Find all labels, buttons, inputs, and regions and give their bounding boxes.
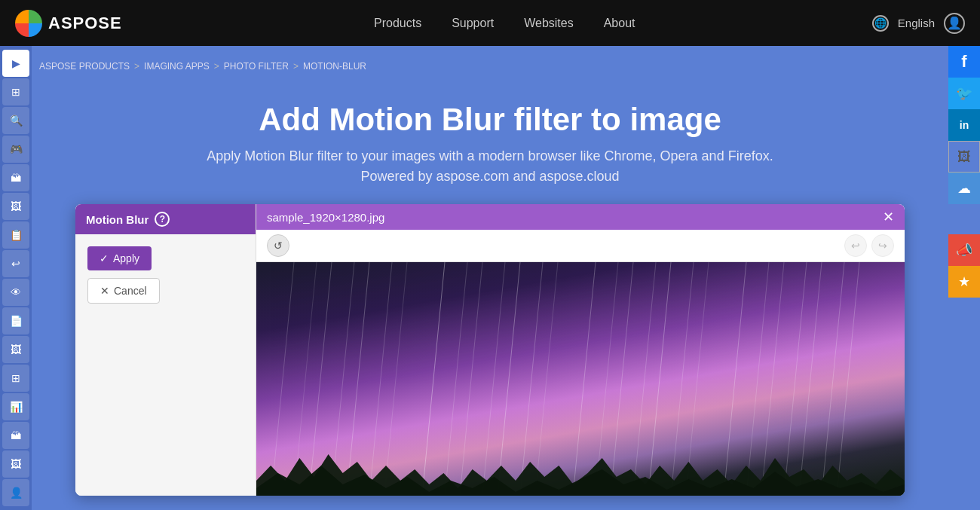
brand-name: ASPOSE — [48, 14, 122, 33]
brand-logo[interactable]: ASPOSE — [15, 10, 122, 37]
tool-frame[interactable]: 🖼 — [2, 193, 29, 220]
cancel-button[interactable]: ✕ Cancel — [87, 278, 160, 304]
apply-checkmark: ✓ — [100, 252, 109, 264]
editor-container: Motion Blur ? ✓ Apply ✕ Cancel — [75, 204, 905, 496]
redo-button[interactable]: ↪ — [871, 234, 894, 257]
user-icon[interactable]: 👤 — [944, 13, 965, 34]
social-twitter[interactable]: 🐦 — [948, 78, 980, 109]
image-toolbar: ↺ ↩ ↪ — [256, 230, 905, 262]
main-content: ASPOSE PRODUCTS > IMAGING APPS > PHOTO F… — [32, 46, 948, 510]
left-panel: Motion Blur ? ✓ Apply ✕ Cancel — [75, 204, 256, 496]
panel-buttons: ✓ Apply ✕ Cancel — [75, 234, 256, 316]
nav-right: 🌐 English 👤 — [872, 13, 965, 34]
breadcrumb-sep-2: > — [214, 61, 219, 72]
globe-icon: 🌐 — [872, 15, 889, 32]
filename: sample_1920×1280.jpg — [267, 211, 384, 224]
social-star[interactable]: ★ — [948, 266, 980, 298]
filter-tab-label: Motion Blur — [86, 213, 149, 226]
tool-chart[interactable]: 📊 — [2, 393, 29, 420]
tool-image2[interactable]: 🖼 — [2, 336, 29, 363]
breadcrumb-sep-1: > — [134, 61, 139, 72]
nav-about[interactable]: About — [604, 17, 635, 30]
language-label[interactable]: English — [898, 17, 935, 29]
toolbar-left: ↺ — [267, 234, 289, 257]
cancel-cross: ✕ — [100, 285, 109, 297]
cancel-label: Cancel — [114, 285, 147, 297]
tool-undo[interactable]: ↩ — [2, 250, 29, 277]
apply-button[interactable]: ✓ Apply — [87, 246, 152, 270]
tool-grid[interactable]: ⊞ — [2, 78, 29, 105]
hero-title: Add Motion Blur filter to image — [32, 102, 948, 138]
trees-silhouette — [256, 443, 905, 496]
apply-label: Apply — [113, 252, 139, 264]
help-icon[interactable]: ? — [155, 212, 170, 227]
breadcrumb: ASPOSE PRODUCTS > IMAGING APPS > PHOTO F… — [32, 53, 948, 79]
social-linkedin[interactable]: in — [948, 109, 980, 141]
close-button[interactable]: ✕ — [883, 210, 894, 224]
breadcrumb-sep-3: > — [293, 61, 299, 72]
breadcrumb-products[interactable]: ASPOSE PRODUCTS — [39, 61, 130, 72]
social-notify[interactable]: 📣 — [948, 234, 980, 266]
nav-websites[interactable]: Websites — [524, 17, 574, 30]
social-gap — [948, 204, 980, 219]
nav-support[interactable]: Support — [452, 17, 494, 30]
breadcrumb-filter[interactable]: PHOTO FILTER — [224, 61, 289, 72]
breadcrumb-motion-blur[interactable]: MOTION-BLUR — [303, 61, 366, 72]
tool-zoom[interactable]: 🔍 — [2, 107, 29, 134]
tool-controls[interactable]: 🎮 — [2, 136, 29, 163]
right-panel: sample_1920×1280.jpg ✕ ↺ ↩ ↪ — [256, 204, 905, 496]
hero-subtitle: Apply Motion Blur filter to your images … — [32, 148, 948, 164]
night-sky-image — [256, 262, 905, 496]
sidebar-left: ▶ ⊞ 🔍 🎮 🏔 🖼 📋 ↩ 👁 📄 🖼 ⊞ 📊 🏔 🖼 👤 — [0, 46, 32, 510]
filter-tab: Motion Blur ? — [75, 204, 256, 234]
breadcrumb-imaging[interactable]: IMAGING APPS — [144, 61, 210, 72]
social-sidebar: f 🐦 in 🖼 ☁ 📣 ★ — [948, 46, 980, 298]
hero-section: Add Motion Blur filter to image Apply Mo… — [32, 79, 948, 204]
tool-clipboard[interactable]: 📋 — [2, 221, 29, 249]
social-image-share[interactable]: 🖼 — [948, 141, 980, 173]
logo-icon — [15, 10, 42, 37]
rotate-left-button[interactable]: ↺ — [267, 234, 289, 257]
image-area — [256, 262, 905, 496]
tool-document[interactable]: 📄 — [2, 307, 29, 334]
social-cloud[interactable]: ☁ — [948, 173, 980, 204]
undo-button[interactable]: ↩ — [844, 234, 867, 257]
tool-expand[interactable]: ▶ — [2, 50, 29, 77]
toolbar-right: ↩ ↪ — [844, 234, 894, 257]
tool-grid2[interactable]: ⊞ — [2, 365, 29, 392]
tool-landscape[interactable]: 🏔 — [2, 164, 29, 191]
editor-wrapper: Motion Blur ? ✓ Apply ✕ Cancel — [32, 204, 948, 510]
hero-powered-by: Powered by aspose.com and aspose.cloud — [32, 169, 948, 185]
social-facebook[interactable]: f — [948, 46, 980, 78]
tool-view[interactable]: 👁 — [2, 279, 29, 306]
tool-user[interactable]: 👤 — [2, 479, 29, 506]
navbar: ASPOSE Products Support Websites About 🌐… — [0, 0, 980, 46]
tool-frame2[interactable]: 🖼 — [2, 450, 29, 478]
image-header: sample_1920×1280.jpg ✕ — [256, 204, 905, 230]
tool-landscape2[interactable]: 🏔 — [2, 422, 29, 449]
nav-products[interactable]: Products — [374, 17, 421, 30]
nav-links: Products Support Websites About — [160, 17, 850, 30]
